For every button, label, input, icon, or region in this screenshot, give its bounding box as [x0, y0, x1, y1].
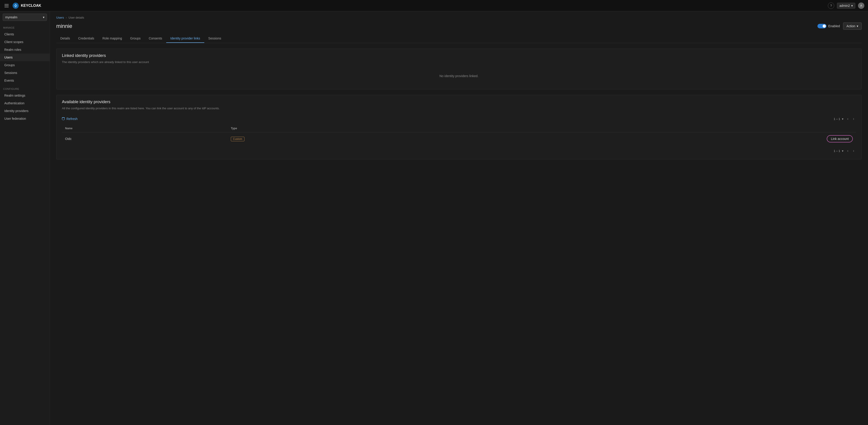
- tab-credentials[interactable]: Credentials: [74, 34, 98, 43]
- action-button[interactable]: Action ▾: [843, 23, 862, 30]
- type-badge: Custom: [231, 137, 244, 141]
- realm-label: myrealm: [5, 16, 18, 19]
- bottom-pagination-next-button[interactable]: ›: [851, 148, 856, 154]
- realm-selector[interactable]: myrealm ▾: [3, 13, 47, 21]
- breadcrumb-current: User details: [68, 16, 84, 19]
- svg-rect-1: [4, 5, 9, 6]
- available-section-desc: All the configured identity providers in…: [62, 107, 856, 110]
- row-action: Link account: [466, 132, 856, 145]
- col-name: Name: [62, 124, 228, 132]
- main-content: Users › User details minnie Enabled Acti…: [50, 11, 868, 425]
- linked-providers-section: Linked identity providers The identity p…: [56, 49, 862, 89]
- pagination-label: 1 – 1: [834, 117, 840, 121]
- app-logo: KEYCLOAK: [12, 2, 41, 9]
- svg-point-4: [15, 5, 17, 7]
- sidebar-item-clients[interactable]: Clients: [0, 30, 50, 38]
- enabled-toggle[interactable]: Enabled: [817, 24, 840, 28]
- table-row: Oidc Custom Link account: [62, 132, 856, 145]
- table-toolbar: Refresh 1 – 1 ▾ ‹ ›: [62, 114, 856, 124]
- available-providers-section: Available identity providers All the con…: [56, 95, 862, 159]
- menu-toggle-button[interactable]: [4, 3, 9, 8]
- breadcrumb: Users › User details: [56, 16, 862, 19]
- sidebar-item-realm-roles[interactable]: Realm roles: [0, 46, 50, 54]
- tab-role-mapping[interactable]: Role mapping: [98, 34, 126, 43]
- refresh-icon: [62, 117, 65, 120]
- bottom-pagination-nav: ‹ ›: [845, 148, 856, 154]
- bottom-pagination-dropdown[interactable]: ▾: [842, 149, 843, 153]
- configure-section-label: Configure: [0, 84, 50, 92]
- sidebar-item-sessions[interactable]: Sessions: [0, 69, 50, 77]
- sidebar-item-user-federation[interactable]: User federation: [0, 115, 50, 122]
- row-name: Oidc: [62, 132, 228, 145]
- svg-rect-0: [4, 4, 9, 4]
- linked-empty-message: No identity providers linked.: [62, 67, 856, 85]
- breadcrumb-separator: ›: [66, 16, 67, 19]
- page-title: minnie: [56, 23, 817, 29]
- breadcrumb-users-link[interactable]: Users: [56, 16, 64, 19]
- col-action: [466, 124, 856, 132]
- realm-dropdown-icon: ▾: [43, 16, 44, 19]
- linked-section-desc: The identity providers which are already…: [62, 60, 856, 64]
- page-header: minnie Enabled Action ▾: [56, 23, 862, 30]
- row-type: Custom: [228, 132, 466, 145]
- pagination-nav: ‹ ›: [845, 116, 856, 122]
- toggle-switch[interactable]: [817, 24, 827, 28]
- enabled-label: Enabled: [828, 24, 840, 28]
- navbar: KEYCLOAK ? admin2 ▾ A: [0, 0, 868, 11]
- link-account-button[interactable]: Link account: [827, 135, 853, 143]
- sidebar-item-identity-providers[interactable]: Identity providers: [0, 107, 50, 115]
- tab-details[interactable]: Details: [56, 34, 74, 43]
- pagination-info: 1 – 1 ▾ ‹ ›: [834, 116, 856, 122]
- sidebar-item-events[interactable]: Events: [0, 77, 50, 84]
- tab-identity-provider-links[interactable]: Identity provider links: [166, 34, 204, 43]
- avatar[interactable]: A: [858, 2, 864, 9]
- header-actions: Enabled Action ▾: [817, 23, 862, 30]
- bottom-pagination: 1 – 1 ▾ ‹ ›: [62, 145, 856, 155]
- bottom-pagination-prev-button[interactable]: ‹: [845, 148, 850, 154]
- available-section-title: Available identity providers: [62, 99, 856, 104]
- sidebar-item-realm-settings[interactable]: Realm settings: [0, 92, 50, 99]
- sidebar-item-users[interactable]: Users: [0, 54, 50, 61]
- sidebar: myrealm ▾ Manage Clients Client scopes R…: [0, 11, 50, 425]
- sidebar-item-groups[interactable]: Groups: [0, 61, 50, 69]
- toggle-knob: [823, 25, 826, 28]
- sidebar-item-client-scopes[interactable]: Client scopes: [0, 38, 50, 46]
- tabs: Details Credentials Role mapping Groups …: [56, 34, 862, 43]
- col-type: Type: [228, 124, 466, 132]
- help-button[interactable]: ?: [828, 2, 834, 9]
- pagination-prev-button[interactable]: ‹: [845, 116, 850, 122]
- bottom-pagination-label: 1 – 1: [834, 149, 840, 153]
- app-name: KEYCLOAK: [21, 4, 41, 8]
- tab-consents[interactable]: Consents: [145, 34, 166, 43]
- user-menu[interactable]: admin2 ▾: [837, 3, 855, 9]
- tab-groups[interactable]: Groups: [126, 34, 145, 43]
- manage-section-label: Manage: [0, 23, 50, 30]
- sidebar-item-authentication[interactable]: Authentication: [0, 99, 50, 107]
- linked-section-title: Linked identity providers: [62, 53, 856, 58]
- user-label: admin2: [839, 4, 850, 7]
- tab-sessions[interactable]: Sessions: [204, 34, 225, 43]
- pagination-dropdown-icon[interactable]: ▾: [842, 117, 843, 121]
- svg-rect-2: [4, 7, 9, 7]
- available-providers-table: Name Type Oidc Custom Link account: [62, 124, 856, 145]
- pagination-next-button[interactable]: ›: [851, 116, 856, 122]
- user-dropdown-icon: ▾: [851, 4, 853, 7]
- refresh-button[interactable]: Refresh: [62, 117, 78, 121]
